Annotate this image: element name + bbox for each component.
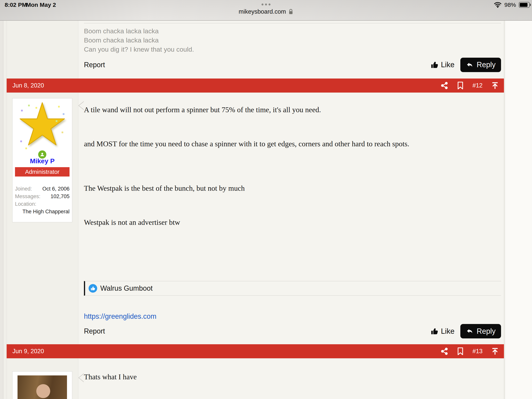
role-badge: Administrator (15, 167, 70, 176)
post-body-text: Thats what I have (84, 359, 501, 381)
report-link[interactable]: Report (84, 327, 105, 335)
post-paragraph: Westpak is not an advertiser btw (84, 217, 501, 227)
user-card: Mikey P Administrator Joined: Oct 6, 200… (12, 98, 72, 222)
wifi-icon (494, 2, 502, 8)
like-button[interactable]: Like (430, 327, 455, 335)
post-paragraph: and MOST for the time you need to chase … (84, 139, 501, 149)
date-separator-bar: Jun 9, 2020 #13 (7, 344, 504, 358)
post-sidebar: Mikey P Administrator Joined: Oct 6, 200… (7, 93, 78, 344)
message-bubble-arrow (78, 373, 84, 382)
status-indicators: 98% (494, 1, 530, 8)
thumbs-up-icon (430, 61, 438, 69)
location-label: Location: (15, 200, 70, 208)
bookmark-icon[interactable] (457, 347, 464, 355)
post-paragraph: The Westpak is the best of the bunch, bu… (84, 183, 501, 193)
share-icon[interactable] (440, 347, 448, 355)
forum-page: Boom chacka lacka lacka Boom chacka lack… (0, 21, 532, 399)
signature-link[interactable]: https://greenglides.com (84, 312, 156, 321)
post-action-row: Report Like (84, 58, 501, 72)
status-bar: 8:02 PM Mon May 2 mikeysboard.com 98% (0, 0, 532, 21)
reply-button[interactable]: Reply (460, 324, 501, 338)
post-content: Thats what I have (78, 359, 504, 399)
post-12: Mikey P Administrator Joined: Oct 6, 200… (7, 93, 504, 344)
lock-icon (288, 9, 293, 15)
ipad-safari-screen: 8:02 PM Mon May 2 mikeysboard.com 98% (0, 0, 532, 399)
reactions-bar: Walrus Gumboot (84, 281, 501, 296)
messages-value: 102,705 (51, 193, 70, 200)
user-details: Joined: Oct 6, 2006 Messages: 102,705 Lo… (15, 185, 70, 215)
post-content: A tile wand will not out perform a spinn… (78, 93, 504, 344)
date-bar-tools: #12 (440, 81, 499, 90)
like-label: Like (441, 61, 455, 69)
reply-button[interactable]: Reply (460, 58, 501, 72)
liked-by-username[interactable]: Walrus Gumboot (100, 284, 153, 292)
quote-line: Boom chacka lacka lacka (84, 36, 501, 45)
joined-value: Oct 6, 2006 (42, 185, 70, 193)
online-status-icon (38, 150, 46, 159)
like-button[interactable]: Like (430, 61, 455, 69)
reaction-like-icon (89, 284, 97, 293)
quote-line: Can you dig it? I knew that you could. (84, 45, 501, 54)
post-content: Boom chacka lacka lacka Boom chacka lack… (78, 21, 504, 78)
reply-label: Reply (477, 61, 496, 69)
reply-arrow-icon (466, 61, 474, 69)
joined-label: Joined: (15, 185, 32, 193)
date-label: Mon May 2 (26, 1, 56, 8)
address-bar[interactable]: mikeysboard.com (239, 8, 293, 15)
date-separator-label: Jun 8, 2020 (13, 82, 44, 89)
date-bar-tools: #13 (440, 347, 499, 355)
message-bubble-arrow (78, 101, 84, 110)
thread-container: Boom chacka lacka lacka Boom chacka lack… (3, 21, 505, 399)
star-avatar-image[interactable] (18, 102, 67, 153)
like-label: Like (441, 327, 455, 335)
quote-line: Boom chacka lacka lacka (84, 26, 501, 36)
post-number-link[interactable]: #13 (472, 348, 482, 355)
post-action-row: Report Like (84, 324, 501, 338)
post-body-text: A tile wand will not out perform a spinn… (84, 93, 501, 227)
tab-overview-dots-icon[interactable] (261, 4, 271, 6)
quote-divider (84, 23, 501, 23)
post-number-link[interactable]: #12 (472, 82, 482, 89)
photo-avatar-image[interactable] (18, 375, 67, 399)
messages-label: Messages: (15, 193, 40, 200)
post-13: Thats what I have (7, 358, 504, 399)
post-sidebar (7, 21, 78, 78)
clock-label: 8:02 PM (5, 1, 27, 8)
quoted-text: Boom chacka lacka lacka Boom chacka lack… (84, 26, 501, 54)
scroll-top-icon[interactable] (491, 347, 499, 355)
page-left-gutter (0, 21, 3, 399)
joined-row: Joined: Oct 6, 2006 (15, 185, 70, 193)
url-label[interactable]: mikeysboard.com (239, 8, 286, 15)
battery-percent-label: 98% (504, 1, 516, 8)
share-icon[interactable] (440, 82, 448, 90)
scroll-top-icon[interactable] (491, 82, 499, 90)
date-separator-bar: Jun 8, 2020 #12 (7, 78, 504, 93)
user-card (12, 371, 72, 399)
post-partial-top: Boom chacka lacka lacka Boom chacka lack… (7, 21, 504, 78)
post-actions: Like Reply (430, 324, 501, 338)
post-paragraph: A tile wand will not out perform a spinn… (84, 105, 501, 115)
date-separator-label: Jun 9, 2020 (13, 348, 44, 355)
reply-arrow-icon (466, 327, 474, 335)
messages-row: Messages: 102,705 (15, 193, 70, 200)
battery-icon (519, 2, 530, 8)
thumbs-up-icon (430, 327, 438, 335)
report-link[interactable]: Report (84, 61, 105, 69)
bookmark-icon[interactable] (457, 81, 464, 90)
location-value: The High Chapperal (15, 208, 70, 215)
post-actions: Like Reply (430, 58, 501, 72)
reply-label: Reply (477, 327, 496, 335)
post-sidebar (7, 359, 78, 399)
